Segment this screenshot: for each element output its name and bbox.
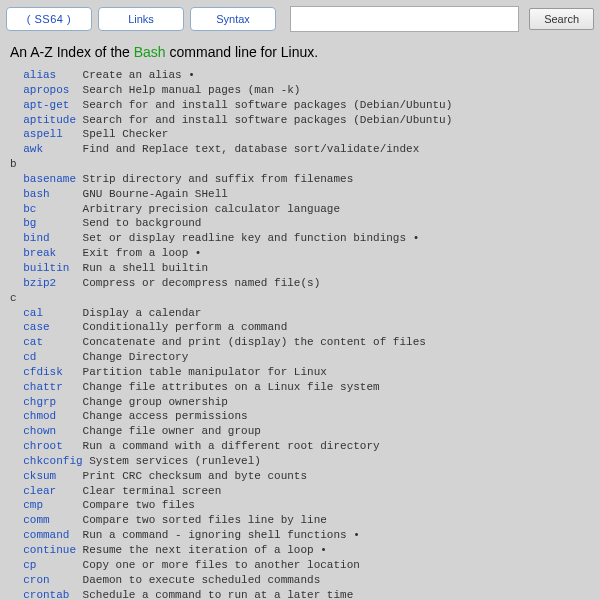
command-desc: Search for and install software packages…	[76, 114, 452, 126]
command-desc: Change file attributes on a Linux file s…	[63, 381, 380, 393]
command-link[interactable]: basename	[23, 173, 76, 185]
page-title: An A-Z Index of the Bash command line fo…	[10, 44, 590, 60]
command-desc: Print CRC checksum and byte counts	[56, 470, 307, 482]
command-desc: Change file owner and group	[56, 425, 261, 437]
command-desc: Set or display readline key and function…	[50, 232, 420, 244]
command-link[interactable]: awk	[23, 143, 43, 155]
command-desc: Change access permissions	[56, 410, 247, 422]
command-link[interactable]: apropos	[23, 84, 69, 96]
command-desc: Spell Checker	[63, 128, 169, 140]
title-suffix: command line for Linux.	[166, 44, 319, 60]
command-desc: System services (runlevel)	[83, 455, 261, 467]
command-desc: Concatenate and print (display) the cont…	[43, 336, 426, 348]
command-desc: Create an alias •	[56, 69, 195, 81]
command-link[interactable]: bc	[23, 203, 36, 215]
command-link[interactable]: cron	[23, 574, 49, 586]
command-link[interactable]: cat	[23, 336, 43, 348]
command-desc: GNU Bourne-Again SHell	[50, 188, 228, 200]
command-desc: Send to background	[36, 217, 201, 229]
command-link[interactable]: cp	[23, 559, 36, 571]
command-desc: Find and Replace text, database sort/val…	[43, 143, 419, 155]
command-link[interactable]: cmp	[23, 499, 43, 511]
section-letter: b	[10, 158, 17, 170]
command-link[interactable]: comm	[23, 514, 49, 526]
command-desc: Run a command with a different root dire…	[63, 440, 380, 452]
command-desc: Partition table manipulator for Linux	[63, 366, 327, 378]
command-desc: Run a shell builtin	[69, 262, 208, 274]
command-link[interactable]: aspell	[23, 128, 63, 140]
command-desc: Search Help manual pages (man -k)	[69, 84, 300, 96]
command-link[interactable]: cal	[23, 307, 43, 319]
command-link[interactable]: chroot	[23, 440, 63, 452]
command-link[interactable]: crontab	[23, 589, 69, 600]
command-link[interactable]: continue	[23, 544, 76, 556]
search-input[interactable]	[290, 6, 519, 32]
command-desc: Conditionally perform a command	[50, 321, 288, 333]
command-link[interactable]: bind	[23, 232, 49, 244]
command-listing: alias Create an alias • apropos Search H…	[10, 68, 590, 600]
command-desc: Arbitrary precision calculator language	[36, 203, 340, 215]
command-desc: Run a command - ignoring shell functions…	[69, 529, 359, 541]
command-link[interactable]: alias	[23, 69, 56, 81]
command-desc: Compare two sorted files line by line	[50, 514, 327, 526]
command-link[interactable]: cksum	[23, 470, 56, 482]
command-desc: Copy one or more files to another locati…	[36, 559, 359, 571]
command-desc: Schedule a command to run at a later tim…	[69, 589, 353, 600]
command-desc: Compress or decompress named file(s)	[56, 277, 320, 289]
top-nav: ( SS64 ) Links Syntax Search	[0, 0, 600, 38]
command-link[interactable]: cfdisk	[23, 366, 63, 378]
command-link[interactable]: break	[23, 247, 56, 259]
command-link[interactable]: bg	[23, 217, 36, 229]
command-desc: Strip directory and suffix from filename…	[76, 173, 353, 185]
logo-button[interactable]: ( SS64 )	[6, 7, 92, 31]
command-link[interactable]: builtin	[23, 262, 69, 274]
links-button[interactable]: Links	[98, 7, 184, 31]
command-desc: Search for and install software packages…	[69, 99, 452, 111]
title-bash-word[interactable]: Bash	[134, 44, 166, 60]
title-prefix: An A-Z Index of the	[10, 44, 134, 60]
command-desc: Clear terminal screen	[56, 485, 221, 497]
command-link[interactable]: cd	[23, 351, 36, 363]
command-desc: Compare two files	[43, 499, 195, 511]
command-desc: Resume the next iteration of a loop •	[76, 544, 327, 556]
command-link[interactable]: case	[23, 321, 49, 333]
command-desc: Change Directory	[36, 351, 188, 363]
command-link[interactable]: chmod	[23, 410, 56, 422]
command-link[interactable]: chown	[23, 425, 56, 437]
command-link[interactable]: bash	[23, 188, 49, 200]
section-letter: c	[10, 292, 17, 304]
command-link[interactable]: bzip2	[23, 277, 56, 289]
command-desc: Display a calendar	[43, 307, 201, 319]
syntax-button[interactable]: Syntax	[190, 7, 276, 31]
command-link[interactable]: chkconfig	[23, 455, 82, 467]
command-link[interactable]: aptitude	[23, 114, 76, 126]
command-link[interactable]: chgrp	[23, 396, 56, 408]
command-desc: Daemon to execute scheduled commands	[50, 574, 321, 586]
command-link[interactable]: chattr	[23, 381, 63, 393]
command-link[interactable]: clear	[23, 485, 56, 497]
command-link[interactable]: apt-get	[23, 99, 69, 111]
command-desc: Exit from a loop •	[56, 247, 201, 259]
command-link[interactable]: command	[23, 529, 69, 541]
command-desc: Change group ownership	[56, 396, 228, 408]
search-button[interactable]: Search	[529, 8, 594, 30]
